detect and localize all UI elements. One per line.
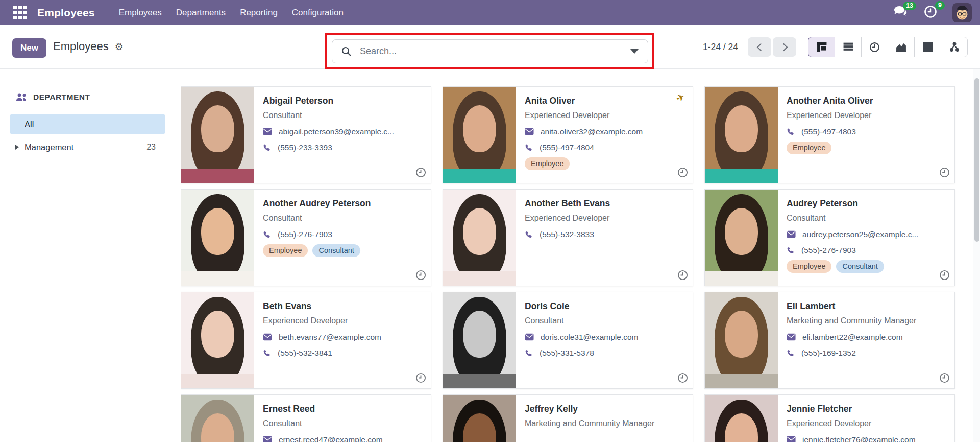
employee-phone-row[interactable]: (555)-497-4803: [787, 126, 947, 137]
search-input[interactable]: [359, 45, 621, 57]
employee-email: jennie.fletcher76@example.com: [802, 434, 916, 442]
employee-phone-row[interactable]: (555)-276-7903: [263, 229, 424, 240]
nav-item-employees[interactable]: Employees: [113, 5, 167, 21]
employee-card[interactable]: Abigail Peterson Consultant abigail.pete…: [181, 86, 431, 183]
employee-name: Eli Lambert: [787, 300, 947, 312]
employee-phone: (555)-169-1352: [801, 347, 856, 358]
sidebar-item-all[interactable]: All: [10, 114, 165, 134]
activity-clock-button[interactable]: [939, 167, 950, 179]
list-view-button[interactable]: [835, 37, 862, 57]
pivot-view-button[interactable]: [914, 37, 941, 57]
activity-clock-button[interactable]: [939, 270, 950, 282]
activity-clock-icon: [415, 270, 426, 281]
employee-card[interactable]: Another Audrey Peterson Consultant (555)…: [181, 189, 431, 286]
sidebar-item-management[interactable]: Management 23: [10, 137, 165, 157]
employee-card-content: Eli Lambert Marketing and Community Mana…: [778, 292, 954, 388]
kanban-view-button[interactable]: [808, 37, 835, 57]
employee-phone: (555)-276-7903: [801, 245, 856, 255]
employee-photo: [443, 87, 516, 183]
caret-right-icon: [15, 145, 19, 150]
employee-card[interactable]: Beth Evans Experienced Developer beth.ev…: [181, 292, 431, 389]
employee-email-row[interactable]: doris.cole31@example.com: [525, 332, 685, 342]
employee-job-title: Consultant: [263, 109, 424, 121]
employee-card[interactable]: Doris Cole Consultant doris.cole31@examp…: [443, 292, 693, 389]
nav-item-reporting[interactable]: Reporting: [234, 5, 283, 21]
graph-view-button[interactable]: [888, 37, 915, 57]
employee-email-row[interactable]: eli.lambert22@example.com: [787, 332, 947, 342]
employee-card[interactable]: Audrey Peterson Consultant audrey.peters…: [704, 189, 955, 286]
envelope-icon: [787, 436, 796, 442]
new-button[interactable]: New: [12, 38, 46, 58]
employee-card[interactable]: Eli Lambert Marketing and Community Mana…: [704, 292, 955, 389]
activity-clock-button[interactable]: [415, 167, 426, 179]
search-dropdown-toggle[interactable]: [621, 40, 648, 63]
employee-card[interactable]: Jeffrey Kelly Marketing and Community Ma…: [443, 394, 693, 442]
activity-clock-button[interactable]: [677, 270, 688, 282]
employee-card[interactable]: Another Beth Evans Experienced Developer…: [443, 189, 693, 286]
activity-clock-button[interactable]: [415, 373, 426, 385]
kanban-grid: Abigail Peterson Consultant abigail.pete…: [181, 86, 955, 442]
employee-email-row[interactable]: anita.oliver32@example.com: [525, 126, 685, 137]
employee-card[interactable]: Anita Oliver Experienced Developer anita…: [443, 86, 693, 183]
envelope-icon: [787, 333, 796, 341]
employee-photo: [705, 292, 778, 388]
employee-email: doris.cole31@example.com: [541, 332, 639, 342]
scrollbar-thumb[interactable]: [974, 78, 979, 242]
envelope-icon: [787, 230, 796, 238]
employee-email-row[interactable]: audrey.peterson25@example.c...: [787, 229, 947, 240]
sidebar-item-label: Management: [24, 143, 74, 152]
activity-clock-button[interactable]: [415, 270, 426, 282]
hierarchy-view-button[interactable]: [941, 37, 968, 57]
employee-phone-row[interactable]: (555)-532-3833: [525, 229, 685, 240]
control-panel-right: 1-24 / 24: [703, 37, 968, 57]
employee-phone-row[interactable]: (555)-532-3841: [263, 347, 424, 358]
apps-grid-icon[interactable]: [13, 6, 27, 19]
employee-card[interactable]: Another Anita Oliver Experienced Develop…: [704, 86, 955, 183]
employee-phone-row[interactable]: (555)-233-3393: [263, 142, 424, 153]
activity-clock-button[interactable]: [677, 167, 688, 179]
nav-item-configuration[interactable]: Configuration: [286, 5, 349, 21]
employee-email: audrey.peterson25@example.c...: [802, 229, 918, 240]
activities-button[interactable]: 9: [924, 5, 937, 20]
employee-email-row[interactable]: ernest.reed47@example.com: [263, 434, 424, 442]
employee-card[interactable]: Jennie Fletcher Experienced Developer je…: [704, 394, 955, 442]
nav-item-departments[interactable]: Departments: [170, 5, 231, 21]
employee-phone-row[interactable]: (555)-169-1352: [787, 347, 947, 358]
employee-card-content: Another Audrey Peterson Consultant (555)…: [254, 190, 431, 286]
employee-email: beth.evans77@example.com: [279, 332, 381, 342]
employee-card-content: Anita Oliver Experienced Developer anita…: [516, 87, 693, 183]
envelope-icon: [263, 333, 272, 341]
employee-card-content: Another Beth Evans Experienced Developer…: [516, 190, 693, 286]
employee-email: anita.oliver32@example.com: [541, 126, 643, 137]
employee-job-title: Consultant: [263, 212, 424, 224]
employee-name: Jeffrey Kelly: [525, 403, 685, 415]
activity-clock-icon: [677, 373, 688, 383]
activity-clock-button[interactable]: [939, 373, 950, 385]
employee-email-row[interactable]: jennie.fletcher76@example.com: [787, 434, 947, 442]
employee-card-content: Beth Evans Experienced Developer beth.ev…: [254, 292, 431, 388]
employee-photo: [443, 190, 516, 286]
gear-icon[interactable]: ⚙: [115, 42, 124, 52]
user-avatar[interactable]: [952, 3, 972, 22]
employee-card[interactable]: Ernest Reed Consultant ernest.reed47@exa…: [181, 394, 431, 442]
employee-email-row[interactable]: beth.evans77@example.com: [263, 332, 424, 342]
phone-icon: [263, 349, 271, 357]
activity-view-button[interactable]: [861, 37, 888, 57]
employee-phone-row[interactable]: (555)-497-4804: [525, 142, 685, 153]
activities-badge: 9: [935, 1, 945, 10]
employee-phone-row[interactable]: (555)-331-5378: [525, 347, 685, 358]
activity-clock-button[interactable]: [677, 373, 688, 385]
employee-phone-row[interactable]: (555)-276-7903: [787, 245, 947, 255]
employee-name: Jennie Fletcher: [787, 403, 947, 415]
phone-icon: [263, 144, 271, 152]
employee-photo: [181, 87, 254, 183]
employee-email-row[interactable]: abigail.peterson39@example.c...: [263, 126, 424, 137]
envelope-icon: [525, 333, 534, 341]
messages-button[interactable]: 13: [894, 6, 909, 20]
employee-name: Another Beth Evans: [525, 197, 685, 210]
vertical-scrollbar[interactable]: [973, 69, 980, 442]
pager-next-button[interactable]: [773, 37, 796, 57]
pager-previous-button[interactable]: [748, 37, 771, 57]
employee-email: eli.lambert22@example.com: [802, 332, 903, 342]
app-name[interactable]: Employees: [37, 7, 95, 19]
